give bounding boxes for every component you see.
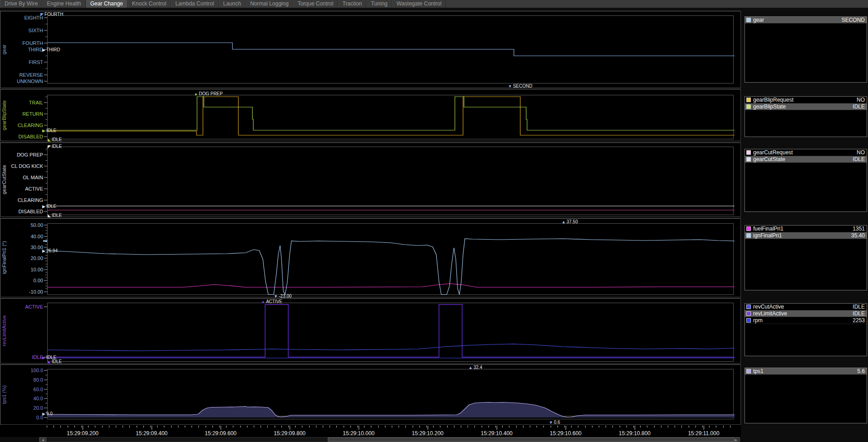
tab-wastegate-control[interactable]: Wastegate Control xyxy=(392,0,446,8)
legend-row-tps1[interactable]: tps15.6 xyxy=(745,368,867,375)
channel-color-swatch-icon xyxy=(746,98,751,102)
marker-extreme-icon: ◤ xyxy=(40,12,44,17)
horizontal-scrollbar[interactable]: ◄ ► xyxy=(39,437,740,442)
series-line-gearblipstate xyxy=(47,97,735,130)
tab-lambda-control[interactable]: Lambda Control xyxy=(171,0,218,8)
marker-extreme-icon: ◣ xyxy=(48,359,51,364)
legend-row-gearbliprequest[interactable]: gearBlipRequestNO xyxy=(745,97,867,103)
tab-engine-health[interactable]: Engine Health xyxy=(42,0,85,8)
tab-drive-by-wire[interactable]: Drive By Wire xyxy=(0,0,42,8)
time-minor-tick xyxy=(695,426,696,427)
plot-area-gearblipstate[interactable] xyxy=(0,89,740,142)
time-minor-tick xyxy=(378,426,379,427)
marker-value: FOURTH xyxy=(44,12,63,17)
plot-area-ignfinalpri1[interactable] xyxy=(0,219,740,298)
time-minor-tick xyxy=(626,426,627,427)
value-marker-idle: ◣IDLE xyxy=(48,213,62,218)
chart-panel-gearblipstate[interactable]: gearBlipStateTRAILRETURNCLEARINGDISABLED… xyxy=(0,89,741,141)
chart-panel-tps1[interactable]: tps1 (%)100.080.060.040.020.00.0▲32.4▶9.… xyxy=(0,364,741,425)
plot-area-gear[interactable] xyxy=(0,11,740,88)
time-minor-tick xyxy=(419,426,420,427)
marker-cursor-icon: ▶ xyxy=(42,128,45,133)
channel-color-swatch-icon xyxy=(746,369,751,373)
time-tick-label: 15:29:10.000 xyxy=(343,430,375,437)
time-minor-tick xyxy=(95,426,95,427)
channel-name: ignFinalPri1 xyxy=(753,232,851,239)
time-minor-tick xyxy=(68,426,68,427)
time-minor-tick xyxy=(647,426,647,427)
marker-extreme-icon: ▲ xyxy=(469,365,473,370)
series-line-tps1 xyxy=(47,403,735,417)
marker-value: ACTIVE xyxy=(266,299,282,304)
chart-panel-gear[interactable]: gearEIGHTHSIXTHFOURTHTHIRDFIRSTREVERSEUN… xyxy=(0,11,741,88)
time-minor-tick xyxy=(171,426,172,427)
marker-extreme-icon: ◤ xyxy=(48,144,51,149)
marker-extreme-icon: ◣ xyxy=(48,213,51,218)
legend-row-gearcutstate[interactable]: gearCutStateIDLE xyxy=(745,156,867,163)
scrollbar-track[interactable] xyxy=(46,437,733,442)
chart-panel-ignfinalpri1[interactable]: ignFinalPri1 (°)50.0040.0030.0020.0010.0… xyxy=(0,218,741,297)
legend-row-rpm[interactable]: rpm2253 xyxy=(745,317,867,324)
legend-row-fuelfinalpri1[interactable]: fuelFinalPri11351 xyxy=(745,226,867,232)
chart-panel-revlimitactive[interactable]: revLimitActiveACTIVEIDLE▲ACTIVE▶IDLE◣IDL… xyxy=(0,298,741,363)
value-marker-37-50: ▲37.50 xyxy=(562,219,578,224)
channel-color-swatch-icon xyxy=(746,150,751,155)
marker-cursor-icon: ▶ xyxy=(42,204,45,209)
plot-area-gearcutstate[interactable] xyxy=(0,143,740,217)
tab-knock-control[interactable]: Knock Control xyxy=(128,0,171,8)
worksheet-tab-bar: Drive By WireEngine HealthGear ChangeKno… xyxy=(0,0,868,8)
time-major-tick xyxy=(152,426,152,430)
chart-panel-gearcutstate[interactable]: gearCutStateDOG PREPCL DOG KICKOL MAINAC… xyxy=(0,142,741,217)
time-minor-tick xyxy=(116,426,116,427)
time-minor-tick xyxy=(640,426,641,427)
tab-traction[interactable]: Traction xyxy=(338,0,366,8)
plot-frame xyxy=(48,369,734,419)
time-minor-tick xyxy=(247,426,247,427)
time-minor-tick xyxy=(606,426,606,427)
time-minor-tick xyxy=(578,426,578,427)
marker-value: SECOND xyxy=(513,83,533,88)
tab-normal-logging[interactable]: Normal Logging xyxy=(246,0,293,8)
time-minor-tick xyxy=(392,426,392,427)
value-marker-idle: ◤IDLE xyxy=(48,144,62,149)
marker-extreme-icon: ◣ xyxy=(48,138,51,142)
legend-row-revcutactive[interactable]: revCutActiveIDLE xyxy=(745,304,867,310)
time-tick-label: 15:29:10.400 xyxy=(481,430,513,437)
time-minor-tick xyxy=(288,426,289,427)
legend-row-gearcutrequest[interactable]: gearCutRequestNO xyxy=(745,149,867,156)
time-minor-tick xyxy=(330,426,330,427)
tab-tuning[interactable]: Tuning xyxy=(366,0,392,8)
tab-launch[interactable]: Launch xyxy=(219,0,246,8)
time-minor-tick xyxy=(495,426,496,427)
legend-row-revlimitactive[interactable]: revLimitActiveIDLE xyxy=(745,310,867,317)
scrollbar-thumb[interactable] xyxy=(328,437,735,442)
plot-area-revlimitactive[interactable] xyxy=(0,299,740,364)
marker-value: IDLE xyxy=(52,213,62,218)
time-minor-tick xyxy=(654,426,655,427)
marker-value: 37.50 xyxy=(567,219,578,224)
legend-row-gear[interactable]: gearSECOND xyxy=(745,17,867,24)
plot-area-tps1[interactable] xyxy=(0,365,740,425)
time-axis: 15:29:09.20015:29:09.40015:29:09.60015:2… xyxy=(0,425,741,437)
channel-name: gearCutState xyxy=(753,156,853,162)
time-minor-tick xyxy=(612,426,613,427)
legend-row-gearblipstate[interactable]: gearBlipStateIDLE xyxy=(745,103,867,110)
time-minor-tick xyxy=(488,426,489,427)
legend-row-ignfinalpri1[interactable]: ignFinalPri135.40 xyxy=(745,232,867,239)
time-minor-tick xyxy=(661,426,661,427)
time-minor-tick xyxy=(178,426,178,427)
time-minor-tick xyxy=(564,426,565,427)
tab-torque-control[interactable]: Torque Control xyxy=(293,0,338,8)
time-minor-tick xyxy=(157,426,158,427)
time-minor-tick xyxy=(551,426,551,427)
marker-cursor-icon: ▶ xyxy=(42,412,45,416)
tab-gear-change[interactable]: Gear Change xyxy=(86,0,128,8)
scroll-left-arrow-icon[interactable]: ◄ xyxy=(39,437,46,442)
time-minor-tick xyxy=(254,426,254,427)
time-minor-tick xyxy=(350,426,351,427)
marker-value: IDLE xyxy=(52,144,62,149)
marker-value: 26.94 xyxy=(46,248,58,253)
time-minor-tick xyxy=(137,426,137,427)
marker-cursor-icon: ▶ xyxy=(42,249,45,253)
time-minor-tick xyxy=(482,426,482,427)
